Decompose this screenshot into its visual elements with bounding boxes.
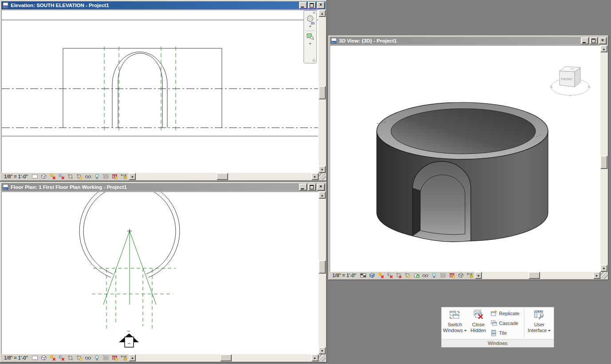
crop-region-icon[interactable] xyxy=(76,173,83,180)
minimize-button[interactable] xyxy=(299,2,307,9)
crop-view-icon[interactable] xyxy=(67,355,74,361)
constraints-icon[interactable] xyxy=(466,272,473,278)
navbar-collapse-icon[interactable]: ⊖ xyxy=(312,59,315,63)
elevation-titlebar[interactable]: RVT Elevation: SOUTH ELEVATION - Project… xyxy=(1,1,326,9)
scroll-up-icon[interactable]: ▲ xyxy=(600,45,607,52)
scroll-down-icon[interactable]: ▼ xyxy=(319,166,326,173)
crop-view-icon[interactable] xyxy=(67,173,74,180)
resize-grip[interactable] xyxy=(600,272,607,279)
orientation-lock-icon[interactable] xyxy=(413,272,420,278)
floor-plan-drawing xyxy=(2,192,319,353)
detail-level-icon[interactable] xyxy=(32,173,38,180)
visual-style-3d-icon[interactable] xyxy=(369,272,375,278)
sun-path-icon[interactable] xyxy=(378,272,384,278)
three-d-drawing-canvas[interactable]: TOP FRONT xyxy=(330,45,600,272)
elevation-marker[interactable] xyxy=(119,331,139,347)
minimize-button[interactable] xyxy=(299,184,307,191)
vertical-scrollbar-thumb[interactable] xyxy=(600,156,607,169)
sun-path-icon[interactable] xyxy=(49,173,56,180)
replicate-button[interactable]: Replicate xyxy=(489,309,523,318)
vertical-scrollbar-thumb[interactable] xyxy=(319,260,326,274)
hide-isolate-icon[interactable] xyxy=(85,355,91,361)
reveal-hidden-icon[interactable] xyxy=(94,355,100,361)
worksharing-icon[interactable] xyxy=(449,272,455,278)
scroll-right-icon[interactable]: ► xyxy=(311,173,319,180)
detail-level-fine-icon[interactable] xyxy=(360,272,367,278)
detail-level-icon[interactable] xyxy=(32,355,38,361)
crop-view-off-icon[interactable] xyxy=(395,272,402,278)
horizontal-scrollbar-thumb[interactable] xyxy=(217,173,228,180)
horizontal-scrollbar-thumb[interactable] xyxy=(528,272,540,279)
scroll-right-icon[interactable]: ► xyxy=(593,272,600,279)
scroll-left-icon[interactable]: ◄ xyxy=(129,173,136,180)
view-scale[interactable]: 1/8" = 1'-0" xyxy=(332,273,356,278)
zoom-options-dropdown-icon[interactable] xyxy=(309,43,311,45)
tile-button[interactable]: Tile xyxy=(489,329,523,338)
maximize-button[interactable] xyxy=(590,37,598,44)
wheel-options-dropdown-icon[interactable] xyxy=(309,26,311,27)
cascade-button[interactable]: Cascade xyxy=(489,319,523,328)
temporary-view-icon[interactable] xyxy=(102,173,109,180)
floor-plan-titlebar[interactable]: RVT Floor Plan: 1 First Floor Plan Worki… xyxy=(1,183,326,191)
horizontal-scrollbar[interactable] xyxy=(482,272,593,279)
resize-grip[interactable] xyxy=(319,173,326,180)
zoom-region-icon[interactable] xyxy=(306,32,314,41)
user-interface-button[interactable]: User Interface xyxy=(526,308,553,339)
view-scale[interactable]: 1/8" = 1'-0" xyxy=(4,355,28,360)
reveal-hidden-icon[interactable] xyxy=(431,272,438,278)
switch-windows-icon xyxy=(449,309,461,321)
scroll-left-icon[interactable]: ◄ xyxy=(129,354,136,361)
worksharing-icon[interactable] xyxy=(111,173,118,180)
crop-region-icon[interactable] xyxy=(404,272,411,278)
constraints-icon[interactable] xyxy=(120,173,127,180)
vertical-scrollbar[interactable]: ▲ ▼ xyxy=(319,192,326,354)
cylindrical-wall-model[interactable] xyxy=(377,102,548,242)
switch-windows-button[interactable]: Switch Windows xyxy=(442,308,467,339)
navbar-close-icon[interactable]: ⊗ xyxy=(312,11,315,15)
vertical-scrollbar[interactable]: ▲ ▼ xyxy=(319,10,326,173)
three-d-titlebar[interactable]: RVT 3D View: {3D} - Project1 × xyxy=(330,37,607,45)
shadows-icon[interactable] xyxy=(58,173,65,180)
steering-wheel-icon[interactable]: 2D xyxy=(306,15,314,24)
scroll-down-icon[interactable]: ▼ xyxy=(319,347,326,354)
three-d-window: RVT 3D View: {3D} - Project1 × xyxy=(328,35,609,280)
close-button[interactable]: × xyxy=(317,184,325,191)
horizontal-scrollbar[interactable] xyxy=(136,173,311,180)
shadows-icon[interactable] xyxy=(58,355,65,361)
horizontal-scrollbar-thumb[interactable] xyxy=(220,354,232,361)
scroll-right-icon[interactable]: ► xyxy=(311,354,319,361)
maximize-button[interactable] xyxy=(308,2,316,9)
minimize-button[interactable] xyxy=(581,37,589,44)
elevation-drawing-canvas[interactable]: ⊗ 2D ⊖ xyxy=(1,10,319,173)
displaced-elements-icon[interactable] xyxy=(457,272,464,278)
scroll-up-icon[interactable]: ▲ xyxy=(319,10,326,17)
vertical-scrollbar[interactable]: ▲ ▼ xyxy=(600,45,607,272)
close-hidden-button[interactable]: Close Hidden xyxy=(467,308,489,339)
viewcube[interactable]: TOP FRONT xyxy=(550,67,590,97)
close-button[interactable]: × xyxy=(317,2,325,9)
temporary-view-icon[interactable] xyxy=(440,272,446,278)
scroll-left-icon[interactable]: ◄ xyxy=(475,272,482,279)
scroll-up-icon[interactable]: ▲ xyxy=(319,192,326,199)
reveal-hidden-icon[interactable] xyxy=(94,173,100,180)
hide-isolate-icon[interactable] xyxy=(85,173,91,180)
floor-plan-drawing-canvas[interactable] xyxy=(1,192,319,354)
crop-region-icon[interactable] xyxy=(76,355,83,361)
temporary-view-icon[interactable] xyxy=(102,355,109,361)
shadows-icon[interactable] xyxy=(386,272,393,278)
vertical-scrollbar-thumb[interactable] xyxy=(319,86,326,99)
worksharing-icon[interactable] xyxy=(111,355,118,361)
maximize-button[interactable] xyxy=(308,184,316,191)
resize-grip[interactable] xyxy=(319,354,326,361)
close-button[interactable]: × xyxy=(599,37,607,44)
panel-title: Windows xyxy=(441,339,554,347)
scroll-down-icon[interactable]: ▼ xyxy=(600,265,607,272)
visual-style-icon[interactable] xyxy=(40,355,47,361)
constraints-icon[interactable] xyxy=(120,355,127,361)
horizontal-scrollbar[interactable] xyxy=(136,354,311,361)
revit-mdi-workspace: RVT Elevation: SOUTH ELEVATION - Project… xyxy=(0,0,611,364)
sun-path-icon[interactable] xyxy=(49,355,56,361)
hide-isolate-icon[interactable] xyxy=(422,272,429,278)
visual-style-icon[interactable] xyxy=(40,173,47,180)
view-scale[interactable]: 1/8" = 1'-0" xyxy=(4,174,28,179)
